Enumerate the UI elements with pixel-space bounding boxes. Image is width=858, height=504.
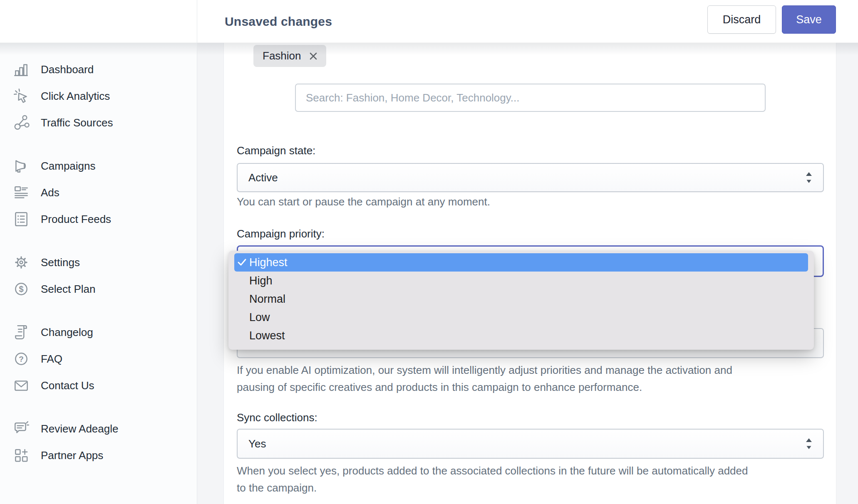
sidebar-item-changelog[interactable]: Changelog xyxy=(0,319,197,346)
sidebar-item-label: Ads xyxy=(41,186,60,199)
priority-option-label: Normal xyxy=(249,293,285,306)
priority-option-highest[interactable]: Highest xyxy=(234,253,808,272)
campaign-state-value: Active xyxy=(248,171,278,184)
app-window: DashboardClick AnalyticsTraffic SourcesC… xyxy=(0,0,858,504)
traffic-sources-icon xyxy=(12,114,30,131)
sidebar-item-click-analytics[interactable]: Click Analytics xyxy=(0,83,197,109)
sidebar-item-label: Product Feeds xyxy=(41,213,111,226)
ai-optimization-help: If you enable AI optimization, our syste… xyxy=(237,362,732,396)
sidebar-item-label: Select Plan xyxy=(41,283,96,296)
sidebar-item-settings[interactable]: Settings xyxy=(0,249,197,276)
contact-us-icon xyxy=(12,377,30,394)
sidebar-item-review-adeagle[interactable]: Review Adeagle xyxy=(0,415,197,442)
campaign-priority-dropdown: HighestHighNormalLowLowest xyxy=(228,251,814,350)
product-feeds-icon xyxy=(12,210,30,228)
select-plan-icon: $ xyxy=(12,280,30,298)
priority-option-label: Low xyxy=(249,311,270,324)
sync-collections-value: Yes xyxy=(248,437,266,450)
sidebar-group: Settings$Select Plan xyxy=(0,249,197,302)
faq-icon: ? xyxy=(12,350,30,368)
priority-option-lowest[interactable]: Lowest xyxy=(234,326,808,345)
priority-option-label: High xyxy=(249,274,273,287)
priority-option-normal[interactable]: Normal xyxy=(234,290,808,308)
sidebar-item-label: Dashboard xyxy=(41,63,94,76)
sidebar-item-faq[interactable]: ?FAQ xyxy=(0,346,197,372)
sidebar-item-label: Campaigns xyxy=(41,160,96,173)
sidebar-item-label: Traffic Sources xyxy=(41,116,113,129)
sidebar-group: Review AdeaglePartner Apps xyxy=(0,415,197,469)
ads-icon xyxy=(12,184,30,201)
sidebar-item-contact-us[interactable]: Contact Us xyxy=(0,372,197,399)
sidebar-item-ads[interactable]: Ads xyxy=(0,179,197,206)
dashboard-icon xyxy=(12,61,30,78)
sidebar-group: CampaignsAdsProduct Feeds xyxy=(0,153,197,232)
priority-option-low[interactable]: Low xyxy=(234,308,808,326)
remove-tag-icon[interactable] xyxy=(308,51,319,62)
sync-collections-select[interactable]: Yes xyxy=(237,429,824,459)
discard-button[interactable]: Discard xyxy=(707,5,776,34)
campaign-state-label: Campaign state: xyxy=(237,144,315,157)
campaign-state-select[interactable]: Active xyxy=(237,163,824,192)
sidebar-item-label: Changelog xyxy=(41,326,93,339)
review-adeagle-icon xyxy=(12,420,30,437)
sidebar-item-partner-apps[interactable]: Partner Apps xyxy=(0,442,197,469)
changelog-icon xyxy=(12,324,30,341)
tag-label: Fashion xyxy=(263,49,301,62)
select-stepper-icon xyxy=(805,170,813,185)
selected-tag: Fashion xyxy=(253,45,326,67)
sidebar-item-label: Settings xyxy=(41,256,80,269)
topbar: Unsaved changes Discard Save xyxy=(0,0,858,43)
campaign-state-help: You can start or pause the campaign at a… xyxy=(237,193,490,210)
svg-text:?: ? xyxy=(19,355,24,363)
save-button[interactable]: Save xyxy=(782,5,836,34)
sidebar-item-label: Partner Apps xyxy=(41,449,103,462)
search-input[interactable] xyxy=(295,84,766,112)
svg-text:$: $ xyxy=(19,284,23,294)
sidebar-item-label: Review Adeagle xyxy=(41,422,118,435)
priority-option-label: Lowest xyxy=(249,329,285,342)
page-title: Unsaved changes xyxy=(225,0,332,43)
checkmark-icon xyxy=(237,258,247,267)
content-card: Fashion Campaign state: Active You can s… xyxy=(223,43,836,504)
partner-apps-icon xyxy=(12,447,30,464)
priority-option-high[interactable]: High xyxy=(234,272,808,290)
priority-option-label: Highest xyxy=(249,256,288,269)
sidebar-group: DashboardClick AnalyticsTraffic Sources xyxy=(0,56,197,136)
select-stepper-icon xyxy=(805,437,813,451)
campaigns-icon xyxy=(12,157,30,175)
sidebar-item-product-feeds[interactable]: Product Feeds xyxy=(0,206,197,232)
sync-collections-label: Sync collections: xyxy=(237,411,317,424)
sidebar-item-label: Contact Us xyxy=(41,379,94,392)
sidebar-nav: DashboardClick AnalyticsTraffic SourcesC… xyxy=(0,56,197,469)
sidebar-item-campaigns[interactable]: Campaigns xyxy=(0,153,197,179)
sidebar-group: Changelog?FAQContact Us xyxy=(0,319,197,399)
sidebar-item-label: FAQ xyxy=(41,353,62,366)
sidebar: DashboardClick AnalyticsTraffic SourcesC… xyxy=(0,43,197,504)
click-analytics-icon xyxy=(12,87,30,105)
sidebar-item-label: Click Analytics xyxy=(41,90,110,103)
settings-icon xyxy=(12,254,30,271)
sidebar-item-select-plan[interactable]: $Select Plan xyxy=(0,276,197,302)
campaign-priority-label: Campaign priority: xyxy=(237,227,325,240)
sidebar-item-traffic-sources[interactable]: Traffic Sources xyxy=(0,109,197,136)
sidebar-divider xyxy=(197,0,197,504)
sync-collections-help: When you select yes, products added to t… xyxy=(237,462,748,497)
sidebar-item-dashboard[interactable]: Dashboard xyxy=(0,56,197,83)
